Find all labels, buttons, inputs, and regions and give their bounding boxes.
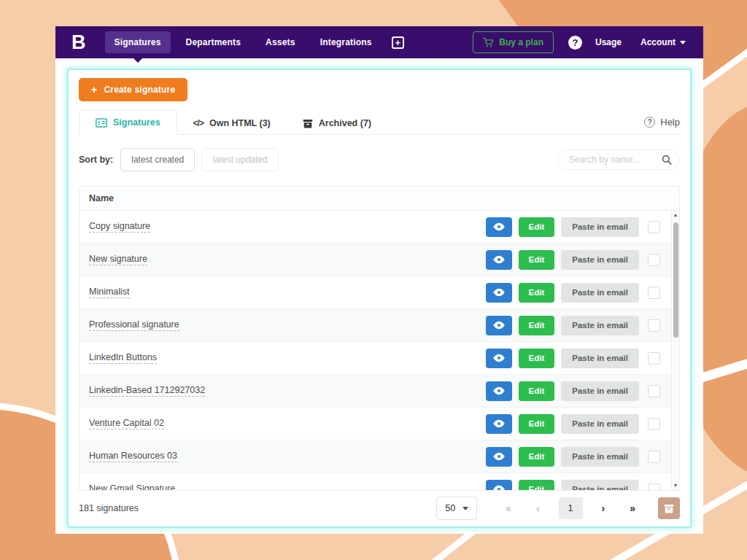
paste-in-email-button[interactable]: Paste in email	[561, 283, 639, 303]
help-icon[interactable]: ?	[568, 36, 582, 50]
sort-by-label: Sort by:	[79, 155, 113, 165]
edit-button[interactable]: Edit	[519, 217, 555, 237]
edit-button[interactable]: Edit	[519, 480, 555, 491]
pagination-controls: 50 « ‹ 1 › »	[436, 497, 680, 520]
preview-button[interactable]	[486, 414, 512, 434]
add-module-icon[interactable]: +	[392, 36, 404, 49]
page-size-select[interactable]: 50	[436, 497, 477, 520]
row-checkbox[interactable]	[648, 254, 660, 266]
row-name-link[interactable]: Minimalist	[89, 287, 130, 298]
preview-button[interactable]	[486, 480, 512, 491]
sort-latest-created-button[interactable]: latest created	[120, 148, 195, 171]
table-row: Linkedin-Based 1712927032 Edit Paste in …	[80, 375, 679, 408]
preview-button[interactable]	[486, 250, 512, 270]
row-checkbox[interactable]	[648, 385, 660, 397]
search-icon	[662, 155, 672, 165]
eye-icon	[493, 386, 505, 395]
row-checkbox[interactable]	[648, 418, 660, 430]
nav-item-integrations[interactable]: Integrations	[311, 31, 382, 53]
scroll-up-icon[interactable]: ▲	[672, 211, 679, 219]
row-name-link[interactable]: LinkedIn Buttons	[89, 352, 157, 364]
edit-button[interactable]: Edit	[519, 316, 555, 335]
app-window: B Signatures Departments Assets Integrat…	[55, 26, 703, 534]
nav-item-label: Departments	[186, 37, 241, 47]
row-checkbox[interactable]	[648, 221, 660, 233]
paste-in-email-button[interactable]: Paste in email	[561, 250, 639, 270]
eye-icon	[493, 288, 505, 297]
next-page-button[interactable]: ›	[596, 499, 611, 517]
buy-a-plan-label: Buy a plan	[499, 37, 543, 47]
content-card: + Create signature Signatures </> Own HT…	[67, 69, 692, 528]
row-name-link[interactable]: Venture Capital 02	[89, 418, 164, 429]
paste-in-email-button[interactable]: Paste in email	[561, 381, 639, 401]
preview-button[interactable]	[486, 447, 512, 467]
paste-in-email-button[interactable]: Paste in email	[561, 480, 639, 491]
row-name-link[interactable]: Linkedin-Based 1712927032	[89, 385, 205, 397]
row-actions: Edit Paste in email	[486, 217, 660, 237]
eye-icon	[493, 255, 505, 264]
row-checkbox[interactable]	[648, 319, 660, 332]
row-name-link[interactable]: New signature	[89, 254, 147, 265]
row-checkbox[interactable]	[648, 451, 660, 463]
preview-button[interactable]	[486, 283, 512, 303]
preview-button[interactable]	[486, 349, 512, 368]
eye-icon	[493, 452, 505, 461]
scroll-down-icon[interactable]: ▼	[672, 482, 679, 489]
row-checkbox[interactable]	[648, 352, 660, 365]
table-scrollbar[interactable]: ▲ ▼	[671, 211, 679, 490]
tab-label: Signatures	[113, 117, 160, 128]
edit-button[interactable]: Edit	[519, 447, 555, 467]
paste-in-email-button[interactable]: Paste in email	[561, 316, 639, 335]
tab-archived[interactable]: Archived (7)	[287, 112, 387, 135]
edit-button[interactable]: Edit	[519, 283, 555, 303]
edit-button[interactable]: Edit	[519, 381, 555, 401]
chevron-down-icon	[680, 41, 686, 44]
row-checkbox[interactable]	[648, 287, 660, 299]
row-actions: Edit Paste in email	[486, 447, 660, 467]
row-actions: Edit Paste in email	[486, 250, 660, 270]
create-signature-button[interactable]: + Create signature	[79, 78, 187, 101]
preview-button[interactable]	[486, 217, 512, 237]
scrollbar-thumb[interactable]	[673, 222, 678, 338]
tab-signatures[interactable]: Signatures	[79, 110, 177, 135]
paste-in-email-button[interactable]: Paste in email	[561, 447, 639, 467]
preview-button[interactable]	[486, 381, 512, 401]
nav-item-signatures[interactable]: Signatures	[105, 31, 171, 53]
tab-label: Archived (7)	[319, 118, 371, 128]
edit-button[interactable]: Edit	[519, 349, 555, 368]
prev-page-button[interactable]: ‹	[530, 499, 546, 517]
nav-item-assets[interactable]: Assets	[256, 31, 305, 53]
row-actions: Edit Paste in email	[486, 414, 660, 434]
id-card-icon	[96, 118, 107, 128]
row-checkbox[interactable]	[648, 483, 660, 491]
table-body: Copy signature Edit Paste in email New s…	[80, 211, 679, 490]
preview-button[interactable]	[486, 316, 512, 335]
paste-in-email-button[interactable]: Paste in email	[561, 414, 639, 434]
bulk-archive-button[interactable]	[658, 497, 680, 519]
row-actions: Edit Paste in email	[486, 480, 660, 491]
edit-button[interactable]: Edit	[519, 250, 555, 270]
plus-icon: +	[91, 85, 97, 95]
row-name-link[interactable]: New Gmail Signature	[89, 483, 175, 490]
nav-item-usage[interactable]: Usage	[595, 37, 622, 47]
table-row: Venture Capital 02 Edit Paste in email	[80, 408, 679, 440]
row-name-link[interactable]: Human Resources 03	[89, 451, 177, 462]
nav-item-departments[interactable]: Departments	[177, 31, 251, 53]
tab-own-html[interactable]: </> Own HTML (3)	[177, 112, 287, 135]
search-wrap	[557, 149, 680, 170]
account-menu[interactable]: Account	[640, 37, 686, 47]
first-page-button[interactable]: «	[500, 499, 517, 517]
table-row: Human Resources 03 Edit Paste in email	[80, 440, 679, 473]
buy-a-plan-button[interactable]: Buy a plan	[473, 31, 554, 53]
edit-button[interactable]: Edit	[519, 414, 555, 434]
tab-bar: Signatures </> Own HTML (3) Archived (7)…	[79, 109, 680, 135]
sort-latest-updated-button[interactable]: latest updated	[201, 148, 278, 171]
last-page-button[interactable]: »	[624, 499, 641, 517]
row-name-link[interactable]: Copy signature	[89, 221, 150, 233]
row-name-link[interactable]: Professional signature	[89, 319, 179, 331]
help-link[interactable]: ? Help	[644, 117, 680, 134]
paste-in-email-button[interactable]: Paste in email	[561, 349, 639, 368]
eye-icon	[493, 419, 505, 428]
paste-in-email-button[interactable]: Paste in email	[561, 217, 639, 237]
code-icon: </>	[193, 118, 204, 128]
